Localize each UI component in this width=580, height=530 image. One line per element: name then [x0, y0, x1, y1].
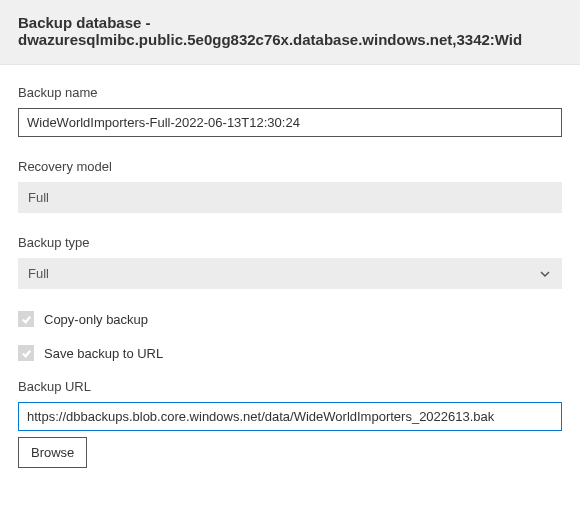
dialog-header: Backup database - dwazuresqlmibc.public.… — [0, 0, 580, 65]
copy-only-label: Copy-only backup — [44, 312, 148, 327]
save-to-url-checkbox-row[interactable]: Save backup to URL — [18, 345, 562, 361]
save-to-url-label: Save backup to URL — [44, 346, 163, 361]
chevron-down-icon — [538, 267, 552, 281]
backup-type-value: Full — [28, 266, 49, 281]
dialog-title-line2: dwazuresqlmibc.public.5e0gg832c76x.datab… — [18, 31, 562, 48]
browse-button[interactable]: Browse — [18, 437, 87, 468]
check-icon — [21, 348, 32, 359]
dialog-content: Backup name Recovery model Full Backup t… — [0, 65, 580, 500]
backup-type-label: Backup type — [18, 235, 562, 250]
backup-type-field: Backup type Full — [18, 235, 562, 289]
backup-url-input[interactable] — [18, 402, 562, 431]
backup-type-select[interactable]: Full — [18, 258, 562, 289]
check-icon — [21, 314, 32, 325]
backup-url-label: Backup URL — [18, 379, 562, 394]
backup-name-input[interactable] — [18, 108, 562, 137]
dialog-title-line1: Backup database - — [18, 14, 562, 31]
copy-only-checkbox[interactable] — [18, 311, 34, 327]
recovery-model-value: Full — [18, 182, 562, 213]
backup-name-label: Backup name — [18, 85, 562, 100]
backup-url-field: Backup URL Browse — [18, 379, 562, 468]
recovery-model-label: Recovery model — [18, 159, 562, 174]
save-to-url-checkbox[interactable] — [18, 345, 34, 361]
recovery-model-field: Recovery model Full — [18, 159, 562, 213]
backup-name-field: Backup name — [18, 85, 562, 137]
copy-only-checkbox-row[interactable]: Copy-only backup — [18, 311, 562, 327]
